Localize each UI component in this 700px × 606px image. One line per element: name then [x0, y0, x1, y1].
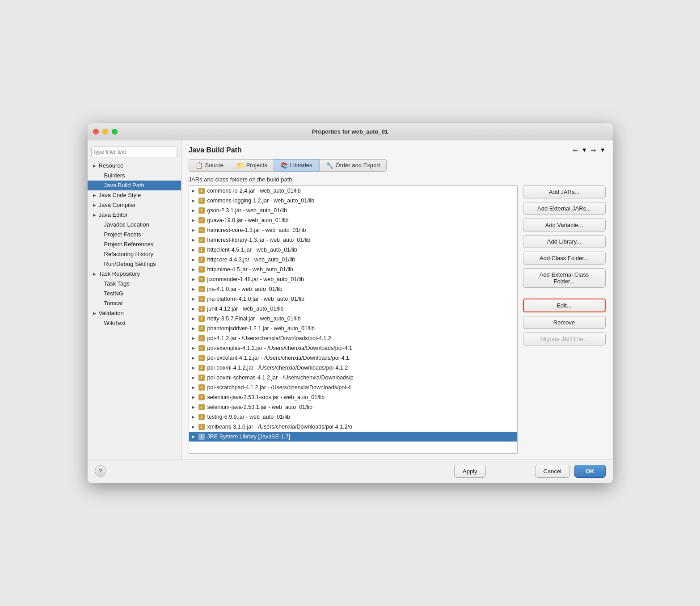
lib-item-junit[interactable]: ▶Jjunit-4.12.jar - web_auto_01/lib: [189, 304, 517, 314]
library-list[interactable]: ▶Jcommons-io-2.4.jar - web_auto_01/lib▶J…: [189, 185, 518, 454]
sidebar-item-task-repository[interactable]: ▶Task Repository: [88, 269, 181, 279]
lib-icon-poi-ooxml-schemas: J: [198, 375, 206, 381]
sidebar-item-label-resource: Resource: [99, 162, 124, 169]
tab-source[interactable]: 📋Source: [189, 159, 230, 172]
expand-arrow-task-repository: ▶: [92, 271, 97, 277]
nav-back-button[interactable]: ⬅: [571, 146, 580, 155]
lib-item-guava[interactable]: ▶Jguava-19.0.jar - web_auto_01/lib: [189, 215, 517, 225]
lib-item-httpcore[interactable]: ▶Jhttpcore-4.4.3.jar - web_auto_01/lib: [189, 255, 517, 265]
sidebar-item-label-run-debug-settings: Run/Debug Settings: [104, 261, 156, 267]
sidebar-item-tomcat[interactable]: Tomcat: [88, 299, 181, 308]
lib-item-phantomjsdriver[interactable]: ▶Jphantomjsdriver-1.2.1.jar - web_auto_0…: [189, 324, 517, 333]
lib-item-httpmime[interactable]: ▶Jhttpmime-4.5.jar - web_auto_01/lib: [189, 265, 517, 274]
tab-projects[interactable]: 📁Projects: [230, 159, 274, 172]
nav-forward-button[interactable]: ➡: [589, 146, 598, 155]
lib-item-testng[interactable]: ▶Jtestng-6.9.9.jar - web_auto_01/lib: [189, 412, 517, 422]
sidebar-item-resource[interactable]: ▶Resource: [88, 161, 181, 171]
add-variable-button[interactable]: Add Variable...: [523, 219, 606, 231]
add-library-button[interactable]: Add Library...: [523, 235, 606, 248]
edit-button[interactable]: Edit...: [523, 299, 606, 312]
lib-label-commons-logging: commons-logging-1.2.jar - web_auto_01/li…: [207, 198, 315, 204]
lib-item-poi-ooxml-schemas[interactable]: ▶Jpoi-ooxml-schemas-4.1.2.jar - /Users/c…: [189, 373, 517, 383]
bottom-left: ?: [95, 465, 450, 477]
lib-arrow-jna: ▶: [192, 287, 196, 291]
tab-label-source: Source: [205, 162, 223, 168]
sidebar-item-label-java-build-path: Java Build Path: [104, 182, 144, 189]
remove-button[interactable]: Remove: [523, 316, 606, 329]
jar-icon: J: [198, 237, 205, 243]
lib-item-commons-io[interactable]: ▶Jcommons-io-2.4.jar - web_auto_01/lib: [189, 186, 517, 196]
sidebar-item-project-facets[interactable]: Project Facets: [88, 230, 181, 240]
lib-icon-xmlbeans: J: [198, 424, 206, 430]
sidebar-item-validation[interactable]: ▶Validation: [88, 308, 181, 318]
jar-icon: J: [198, 188, 205, 194]
sidebar-item-builders[interactable]: Builders: [88, 171, 181, 181]
filter-input[interactable]: [91, 147, 177, 157]
sidebar-item-java-build-path[interactable]: Java Build Path: [88, 181, 181, 190]
add-external-class-folder-button[interactable]: Add External Class Folder...: [523, 268, 606, 288]
cancel-button[interactable]: Cancel: [535, 465, 570, 478]
add-class-folder-button[interactable]: Add Class Folder...: [523, 252, 606, 265]
lib-item-hamcrest-core[interactable]: ▶Jhamcrest-core-1.3.jar - web_auto_01/li…: [189, 225, 517, 235]
jar-icon: J: [198, 316, 205, 322]
lib-arrow-hamcrest-library: ▶: [192, 238, 196, 242]
lib-item-hamcrest-library[interactable]: ▶Jhamcrest-library-1.3.jar - web_auto_01…: [189, 235, 517, 245]
sidebar-item-wikitext[interactable]: WikiText: [88, 318, 181, 328]
lib-item-jna[interactable]: ▶Jjna-4.1.0.jar - web_auto_01/lib: [189, 284, 517, 294]
sidebar-item-task-tags[interactable]: Task Tags: [88, 279, 181, 289]
expand-arrow-validation: ▶: [92, 311, 97, 316]
sidebar-item-java-editor[interactable]: ▶Java Editor: [88, 210, 181, 220]
lib-item-netty[interactable]: ▶Jnetty-3.5.7.Final.jar - web_auto_01/li…: [189, 314, 517, 324]
expand-arrow-java-code-style: ▶: [92, 193, 97, 198]
sidebar-item-testng[interactable]: TestNG: [88, 289, 181, 299]
lib-arrow-poi-scratchpad: ▶: [192, 385, 196, 390]
ok-button[interactable]: OK: [574, 465, 606, 478]
migrate-jar-button[interactable]: Migrate JAR File...: [523, 332, 606, 345]
lib-item-poi[interactable]: ▶Jpoi-4.1.2.jar - /Users/chenxia/Downloa…: [189, 333, 517, 343]
lib-item-httpclient[interactable]: ▶Jhttpclient-4.5.1.jar - web_auto_01/lib: [189, 245, 517, 255]
tab-icon-libraries: 📚: [280, 162, 288, 169]
lib-item-poi-examples[interactable]: ▶Jpoi-examples-4.1.2.jar - /Users/chenxi…: [189, 343, 517, 353]
lib-arrow-poi-ooxml: ▶: [192, 366, 196, 370]
lib-item-commons-logging[interactable]: ▶Jcommons-logging-1.2.jar - web_auto_01/…: [189, 196, 517, 206]
tab-order-export[interactable]: 🔧Order and Export: [319, 159, 387, 172]
lib-arrow-httpclient: ▶: [192, 248, 196, 252]
jar-icon: J: [198, 276, 205, 282]
lib-item-jna-platform[interactable]: ▶Jjna-platform-4.1.0.jar - web_auto_01/l…: [189, 294, 517, 304]
add-jars-button[interactable]: Add JARs...: [523, 185, 606, 198]
maximize-button[interactable]: [112, 129, 118, 135]
lib-icon-httpclient: J: [198, 247, 206, 253]
sidebar: ▶ResourceBuildersJava Build Path▶Java Co…: [88, 140, 181, 459]
sidebar-item-java-code-style[interactable]: ▶Java Code Style: [88, 190, 181, 200]
sidebar-item-javadoc-location[interactable]: Javadoc Location: [88, 220, 181, 230]
properties-window: Properties for web_auto_01 ▶ResourceBuil…: [88, 123, 613, 483]
sidebar-item-java-compiler[interactable]: ▶Java Compiler: [88, 200, 181, 210]
help-button[interactable]: ?: [95, 465, 106, 477]
lib-label-selenium-java-srcs: selenium-java-2.53.1-srcs.jar - web_auto…: [207, 394, 325, 400]
lib-label-selenium-java: selenium-java-2.53.1.jar - web_auto_01/l…: [207, 404, 313, 410]
lib-item-jre-system-library[interactable]: ▶JJRE System Library [JavaSE-1.7]: [189, 432, 517, 442]
lib-item-poi-scratchpad[interactable]: ▶Jpoi-scratchpad-4.1.2.jar - /Users/chen…: [189, 383, 517, 392]
sidebar-item-label-refactoring-history: Refactoring History: [104, 251, 154, 257]
sidebar-item-label-project-facets: Project Facets: [104, 231, 141, 238]
tab-icon-order-export: 🔧: [326, 162, 333, 169]
lib-item-poi-excelant[interactable]: ▶Jpoi-excelant-4.1.2.jar - /Users/chenxi…: [189, 353, 517, 363]
sidebar-item-refactoring-history[interactable]: Refactoring History: [88, 249, 181, 259]
sidebar-item-project-references[interactable]: Project References: [88, 240, 181, 249]
lib-item-selenium-java[interactable]: ▶Jselenium-java-2.53.1.jar - web_auto_01…: [189, 402, 517, 412]
lib-label-gson: gson-2.3.1.jar - web_auto_01/lib: [207, 207, 287, 214]
lib-arrow-hamcrest-core: ▶: [192, 228, 196, 232]
lib-item-gson[interactable]: ▶Jgson-2.3.1.jar - web_auto_01/lib: [189, 206, 517, 215]
lib-item-xmlbeans[interactable]: ▶Jxmlbeans-3.1.0.jar - /Users/chenxia/Do…: [189, 422, 517, 432]
lib-icon-selenium-java-srcs: J: [198, 394, 206, 400]
add-external-jars-button[interactable]: Add External JARs...: [523, 202, 606, 215]
lib-item-selenium-java-srcs[interactable]: ▶Jselenium-java-2.53.1-srcs.jar - web_au…: [189, 392, 517, 402]
sidebar-item-run-debug-settings[interactable]: Run/Debug Settings: [88, 259, 181, 269]
apply-button[interactable]: Apply: [454, 465, 486, 478]
tab-libraries[interactable]: 📚Libraries: [274, 159, 319, 172]
lib-item-poi-ooxml[interactable]: ▶Jpoi-ooxml-4.1.2.jar - /Users/chenxia/D…: [189, 363, 517, 373]
traffic-lights: [93, 129, 118, 135]
minimize-button[interactable]: [102, 129, 108, 135]
lib-item-jcommander[interactable]: ▶Jjcommander-1.48.jar - web_auto_01/lib: [189, 274, 517, 284]
close-button[interactable]: [93, 129, 99, 135]
